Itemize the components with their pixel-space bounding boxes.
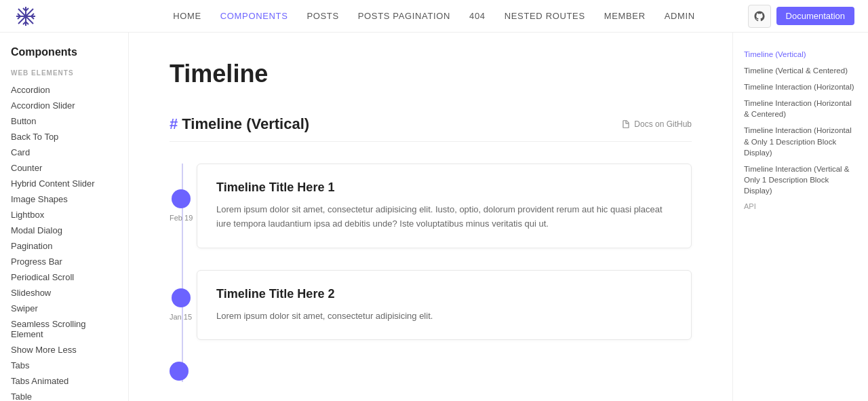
sidebar-item[interactable]: Periodical Scroll [11, 269, 117, 285]
nav-links: HOME COMPONENTS POSTS POSTS PAGINATION 4… [173, 11, 695, 21]
nav-right: Documentation [748, 5, 854, 28]
sidebar-item[interactable]: Pagination [11, 238, 117, 254]
section-header: # Timeline (Vertical) Docs on GitHub [170, 115, 692, 133]
right-sidebar-item[interactable]: Timeline Interaction (Horizontal & Only … [744, 122, 857, 160]
section-title-text: Timeline (Vertical) [182, 115, 309, 133]
right-sidebar: Timeline (Vertical)Timeline (Vertical & … [732, 33, 868, 401]
timeline-card: Timeline Title Here 1 Lorem ipsum dolor … [197, 164, 692, 248]
right-sidebar-item[interactable]: Timeline Interaction (Horizontal) [744, 79, 857, 95]
body-layout: Components WEB ELEMENTS AccordionAccordi… [0, 33, 868, 401]
sidebar-item[interactable]: Button [11, 113, 117, 129]
timeline-dot-wrapper: Jan 15 [170, 288, 192, 321]
sidebar-item[interactable]: Image Shapes [11, 191, 117, 207]
right-sidebar-items: Timeline (Vertical)Timeline (Vertical & … [744, 46, 857, 214]
sidebar-item[interactable]: Tabs [11, 358, 117, 373]
nav-home[interactable]: HOME [173, 11, 201, 21]
nav-posts[interactable]: POSTS [307, 11, 338, 21]
timeline-card-title: Timeline Title Here 2 [216, 287, 672, 301]
github-icon [753, 10, 766, 22]
nav-components[interactable]: COMPONENTS [220, 11, 288, 21]
timeline-card: Timeline Title Here 2 Lorem ipsum dolor … [197, 270, 692, 341]
timeline-dot-wrapper: Feb 19 [170, 189, 193, 222]
sidebar-item[interactable]: Table [11, 389, 117, 401]
sidebar-item[interactable]: Counter [11, 160, 117, 176]
sidebar-item[interactable]: Card [11, 145, 117, 160]
sidebar-section-label: WEB ELEMENTS [11, 69, 117, 77]
timeline: Feb 19 Timeline Title Here 1 Lorem ipsum… [170, 164, 692, 382]
left-sidebar: Components WEB ELEMENTS AccordionAccordi… [0, 33, 129, 401]
right-sidebar-item[interactable]: Timeline (Vertical & Centered) [744, 62, 857, 79]
nav-logo [14, 4, 38, 28]
nav-member[interactable]: MEMBER [604, 11, 646, 21]
top-nav: HOME COMPONENTS POSTS POSTS PAGINATION 4… [0, 0, 868, 33]
timeline-date: Feb 19 [170, 214, 193, 222]
nav-404[interactable]: 404 [469, 11, 486, 21]
sidebar-item[interactable]: Seamless Scrolling Element [11, 316, 117, 342]
sidebar-title: Components [11, 46, 117, 58]
nav-admin[interactable]: ADMIN [665, 11, 695, 21]
section-hash: # [170, 115, 178, 133]
nav-nested-routes[interactable]: NESTED ROUTES [505, 11, 585, 21]
github-button[interactable] [748, 5, 771, 28]
right-sidebar-item[interactable]: Timeline Interaction (Vertical & Only 1 … [744, 161, 857, 199]
timeline-card-title: Timeline Title Here 1 [216, 180, 672, 195]
documentation-button[interactable]: Documentation [776, 7, 854, 25]
timeline-item: Feb 19 Timeline Title Here 1 Lorem ipsum… [197, 164, 692, 248]
section-divider [170, 141, 692, 142]
timeline-dot [172, 288, 191, 307]
sidebar-item[interactable]: Progress Bar [11, 254, 117, 269]
right-sidebar-item[interactable]: Timeline (Vertical) [744, 46, 857, 62]
logo-icon [14, 4, 38, 28]
timeline-dot [172, 189, 191, 208]
nav-posts-pagination[interactable]: POSTS PAGINATION [358, 11, 450, 21]
docs-link-label: Docs on GitHub [634, 119, 692, 129]
timeline-date: Jan 15 [170, 313, 192, 321]
timeline-bottom-hint [197, 362, 692, 382]
sidebar-item[interactable]: Tabs Animated [11, 373, 117, 389]
docs-icon [621, 119, 631, 129]
sidebar-item[interactable]: Back To Top [11, 129, 117, 145]
sidebar-item[interactable]: Accordion [11, 82, 117, 98]
right-sidebar-item[interactable]: API [744, 199, 857, 214]
timeline-card-text: Lorem ipsum dolor sit amet, consectetur … [216, 309, 672, 324]
sidebar-item[interactable]: Hybrid Content Slider [11, 176, 117, 191]
right-sidebar-item[interactable]: Timeline Interaction (Horizontal & Cente… [744, 95, 857, 122]
sidebar-item[interactable]: Accordion Slider [11, 98, 117, 113]
sidebar-item[interactable]: Slideshow [11, 285, 117, 301]
sidebar-item[interactable]: Show More Less [11, 342, 117, 358]
sidebar-item[interactable]: Lightbox [11, 207, 117, 223]
timeline-card-text: Lorem ipsum dolor sit amet, consectetur … [216, 203, 672, 231]
timeline-item: Jan 15 Timeline Title Here 2 Lorem ipsum… [197, 270, 692, 341]
page-title: Timeline [170, 60, 692, 88]
sidebar-item[interactable]: Swiper [11, 301, 117, 316]
sidebar-item[interactable]: Modal Dialog [11, 223, 117, 238]
timeline-items: Feb 19 Timeline Title Here 1 Lorem ipsum… [197, 164, 692, 340]
main-content: Timeline # Timeline (Vertical) Docs on G… [129, 33, 732, 401]
section-title: # Timeline (Vertical) [170, 115, 309, 133]
sidebar-items: AccordionAccordion SliderButtonBack To T… [11, 82, 117, 401]
docs-on-github-link[interactable]: Docs on GitHub [621, 119, 692, 129]
